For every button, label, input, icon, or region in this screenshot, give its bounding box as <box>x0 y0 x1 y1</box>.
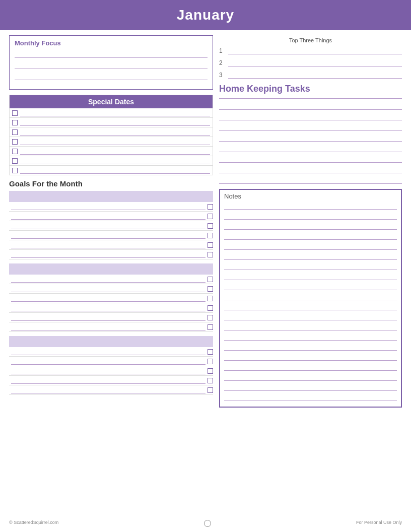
goals-line <box>11 367 206 374</box>
goals-line <box>11 285 206 292</box>
left-column: Monthly Focus Special Dates <box>9 35 213 408</box>
notes-line-7 <box>224 263 397 270</box>
special-dates-row <box>10 147 213 156</box>
home-keeping-title: Home Keeping Tasks <box>219 84 402 94</box>
notes-line-6 <box>224 253 397 260</box>
goals-group-header-2 <box>9 263 213 275</box>
goals-checkbox-13[interactable] <box>208 349 213 355</box>
page-header: January <box>0 0 411 30</box>
goals-row <box>9 275 213 284</box>
goals-group-header-1 <box>9 191 213 202</box>
goals-row <box>9 231 213 240</box>
monthly-focus-title: Monthly Focus <box>15 39 208 47</box>
footer-circle-icon <box>204 520 211 527</box>
goals-checkbox-16[interactable] <box>208 378 213 383</box>
goals-checkbox-8[interactable] <box>208 286 213 292</box>
goals-checkbox-14[interactable] <box>208 359 213 364</box>
notes-line-5 <box>224 243 397 250</box>
notes-line-2 <box>224 213 397 220</box>
checkbox-3[interactable] <box>12 129 18 135</box>
dates-line-2 <box>20 119 210 126</box>
top-three-title: Top Three Things <box>219 37 402 43</box>
goals-checkbox-12[interactable] <box>208 324 213 330</box>
goals-checkbox-17[interactable] <box>208 387 213 393</box>
checkbox-6[interactable] <box>12 158 18 164</box>
goals-line <box>11 323 206 330</box>
monthly-focus-box: Monthly Focus <box>9 35 213 90</box>
goals-line <box>11 348 206 355</box>
notes-line-8 <box>224 273 397 280</box>
top-three-item-3: 3 <box>219 72 402 79</box>
notes-line-9 <box>224 283 397 290</box>
dates-line-1 <box>20 109 210 116</box>
top-three-item-1: 1 <box>219 47 402 54</box>
top-three-line-1 <box>228 47 402 54</box>
goals-checkbox-11[interactable] <box>208 315 213 320</box>
main-content: Monthly Focus Special Dates <box>0 30 411 411</box>
month-title: January <box>177 7 234 23</box>
goals-checkbox-6[interactable] <box>208 252 213 257</box>
top-three-num-2: 2 <box>219 59 225 66</box>
goals-row <box>9 313 213 322</box>
goals-line <box>11 276 206 283</box>
goals-row <box>9 366 213 376</box>
goals-checkbox-1[interactable] <box>208 204 213 210</box>
page: January Monthly Focus Special Dates <box>0 0 411 532</box>
goals-row <box>9 347 213 357</box>
special-dates-header: Special Dates <box>10 95 213 108</box>
notes-line-12 <box>224 313 397 320</box>
focus-line-2 <box>15 62 208 69</box>
goals-checkbox-15[interactable] <box>208 368 213 374</box>
checkbox-7[interactable] <box>12 168 18 173</box>
top-three-item-2: 2 <box>219 59 402 66</box>
goals-checkbox-10[interactable] <box>208 305 213 311</box>
dates-line-3 <box>20 128 210 136</box>
goals-row <box>9 284 213 294</box>
special-dates-row <box>10 108 213 118</box>
goals-checkbox-2[interactable] <box>208 214 213 219</box>
dates-line-6 <box>20 157 210 164</box>
notes-box: Notes <box>219 189 402 408</box>
goals-row <box>9 212 213 221</box>
home-keeping-section: Home Keeping Tasks <box>219 84 402 184</box>
checkbox-5[interactable] <box>12 149 18 154</box>
checkbox-2[interactable] <box>12 120 18 125</box>
goals-checkbox-7[interactable] <box>208 277 213 282</box>
notes-line-3 <box>224 223 397 230</box>
hk-line-6 <box>219 156 402 163</box>
notes-line-1 <box>224 203 397 210</box>
notes-line-17 <box>224 364 397 371</box>
goals-line <box>11 222 206 229</box>
goals-line <box>11 314 206 321</box>
notes-line-11 <box>224 303 397 310</box>
goals-line <box>11 232 206 239</box>
goals-row <box>9 376 213 385</box>
top-three-line-3 <box>228 72 402 79</box>
goals-checkbox-4[interactable] <box>208 233 213 238</box>
checkbox-4[interactable] <box>12 139 18 145</box>
notes-line-13 <box>224 323 397 330</box>
checkbox-1[interactable] <box>12 110 18 116</box>
notes-line-16 <box>224 354 397 361</box>
notes-line-10 <box>224 293 397 300</box>
goals-row <box>9 357 213 366</box>
special-dates-row <box>10 137 213 147</box>
hk-line-5 <box>219 145 402 152</box>
goals-checkbox-3[interactable] <box>208 223 213 229</box>
goals-checkbox-5[interactable] <box>208 242 213 248</box>
right-column: Top Three Things 1 2 3 Home Keeping Task… <box>219 35 402 408</box>
hk-line-4 <box>219 135 402 142</box>
goals-checkbox-9[interactable] <box>208 296 213 301</box>
goals-line <box>11 213 206 220</box>
goals-line <box>11 377 206 384</box>
notes-line-4 <box>224 233 397 240</box>
hk-line-1 <box>219 103 402 110</box>
dates-line-5 <box>20 148 210 155</box>
goals-row <box>9 221 213 231</box>
goals-line <box>11 304 206 311</box>
dates-line-7 <box>20 167 210 174</box>
special-dates-box: Special Dates <box>9 95 213 175</box>
notes-line-18 <box>224 374 397 381</box>
special-dates-row <box>10 156 213 166</box>
footer: © ScatteredSquirrel.com For Personal Use… <box>0 520 411 527</box>
